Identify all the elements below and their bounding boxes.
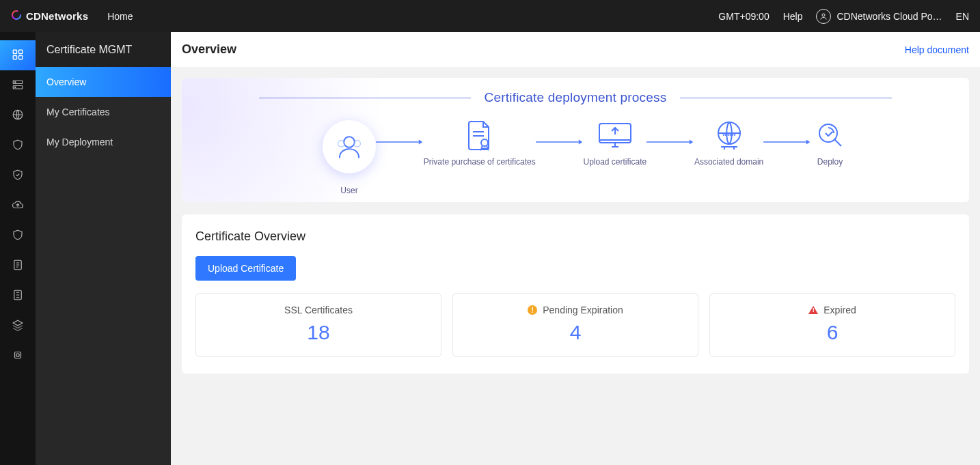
rail-item-dashboard[interactable] (0, 40, 36, 70)
certificate-document-icon (461, 120, 498, 150)
page-title: Overview (182, 42, 236, 57)
banner-title: Certificate deployment process (485, 90, 667, 105)
sidebar-section-title: Certificate MGMT (36, 32, 171, 67)
language-switch[interactable]: EN (956, 11, 969, 22)
stat-value: 6 (717, 321, 948, 344)
svg-point-14 (16, 353, 20, 356)
sidebar-item-overview[interactable]: Overview (36, 67, 171, 97)
stat-label: Expired (824, 305, 856, 315)
step-label: Private purchase of certificates (424, 157, 536, 167)
svg-point-9 (15, 87, 16, 88)
stat-expired[interactable]: Expired 6 (709, 293, 955, 357)
rail-item-shield-check[interactable] (0, 221, 36, 251)
cube-icon (12, 349, 24, 363)
main-area: Overview Help document Certificate deplo… (171, 32, 980, 465)
sidebar-item-my-deployment[interactable]: My Deployment (36, 127, 171, 157)
billing-icon (12, 289, 24, 303)
shield-outline-icon (12, 169, 24, 183)
dashboard-grid-icon (12, 48, 24, 63)
svg-rect-13 (15, 352, 21, 358)
svg-rect-4 (13, 55, 16, 59)
sidebar-item-my-certificates[interactable]: My Certificates (36, 97, 171, 127)
brand-name: CDNetworks (26, 10, 88, 22)
stat-ssl-certificates[interactable]: SSL Certificates 18 (195, 293, 441, 357)
sidebar-item-label: My Deployment (46, 137, 113, 147)
help-document-link[interactable]: Help document (905, 44, 969, 55)
svg-point-0 (12, 11, 21, 19)
sidebar-item-label: My Certificates (46, 107, 110, 117)
rail-item-security-2[interactable] (0, 160, 36, 191)
user-group-icon (323, 120, 376, 173)
rail-item-dns[interactable] (0, 100, 36, 130)
user-menu[interactable]: CDNetworks Cloud Po… (816, 9, 942, 24)
process-step-user: User (323, 120, 376, 195)
layers-icon (12, 319, 24, 333)
step-label: User (340, 186, 357, 195)
certificate-overview-card: Certificate Overview Upload Certificate … (182, 214, 969, 374)
svg-point-15 (344, 137, 355, 147)
process-step-deploy: Deploy (811, 120, 849, 167)
rail-item-upload[interactable] (0, 191, 36, 221)
timezone-display[interactable]: GMT+09:00 (718, 11, 769, 22)
cloud-upload-icon (12, 199, 24, 213)
process-step-upload: Upload certificate (583, 120, 646, 167)
svg-point-8 (15, 81, 16, 83)
process-step-domain: WWW Associated domain (694, 120, 763, 167)
banner-divider-left (259, 98, 471, 98)
shield-icon (12, 139, 24, 153)
banner-divider-right (680, 98, 892, 98)
rail-item-layers[interactable] (0, 311, 36, 341)
www-globe-icon: WWW (710, 120, 748, 150)
product-rail (0, 32, 36, 465)
process-step-purchase: Private purchase of certificates (424, 120, 536, 167)
svg-point-19 (481, 139, 488, 146)
rail-item-security-1[interactable] (0, 130, 36, 160)
svg-rect-5 (19, 55, 23, 59)
user-avatar-icon (816, 9, 831, 24)
svg-rect-3 (19, 50, 23, 53)
nav-help[interactable]: Help (783, 11, 803, 22)
monitor-upload-icon (596, 120, 634, 150)
server-stack-icon (12, 79, 24, 93)
rail-item-billing[interactable] (0, 281, 36, 311)
top-bar: CDNetworks Home GMT+09:00 Help CDNetwork… (0, 0, 980, 32)
deploy-wrench-icon (811, 120, 849, 150)
stat-pending-expiration[interactable]: ! Pending Expiration 4 (452, 293, 698, 357)
page-header: Overview Help document (171, 32, 980, 67)
rail-item-report[interactable] (0, 251, 36, 281)
warning-icon: ! (528, 305, 537, 315)
brand-swirl-icon (11, 10, 22, 23)
arrow-icon (763, 138, 811, 146)
globe-dns-icon (12, 109, 24, 123)
error-triangle-icon (808, 306, 818, 314)
section-sidebar: Certificate MGMT Overview My Certificate… (36, 32, 171, 465)
arrow-icon (376, 138, 424, 146)
brand-logo[interactable]: CDNetworks (11, 10, 88, 23)
step-label: Associated domain (694, 157, 763, 167)
svg-point-1 (822, 14, 825, 16)
shield-check-icon (12, 229, 24, 243)
arrow-icon (646, 138, 694, 146)
step-label: Upload certificate (583, 157, 646, 167)
svg-rect-2 (13, 50, 16, 53)
step-label: Deploy (817, 157, 843, 167)
rail-item-misc[interactable] (0, 341, 36, 371)
arrow-icon (536, 138, 584, 146)
deployment-process-banner: Certificate deployment process (182, 78, 969, 202)
sidebar-item-label: Overview (46, 76, 86, 87)
rail-item-cdn[interactable] (0, 70, 36, 100)
report-icon (12, 259, 24, 273)
upload-certificate-button[interactable]: Upload Certificate (195, 256, 296, 281)
stat-value: 18 (203, 321, 434, 344)
card-title: Certificate Overview (195, 229, 955, 244)
nav-home[interactable]: Home (107, 11, 133, 22)
svg-text:WWW: WWW (722, 132, 736, 137)
stat-label: SSL Certificates (284, 305, 353, 315)
stat-label: Pending Expiration (543, 305, 623, 315)
stat-value: 4 (460, 321, 691, 344)
user-label: CDNetworks Cloud Po… (836, 11, 942, 22)
